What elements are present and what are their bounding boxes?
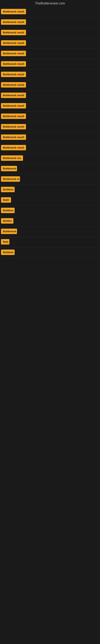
bottleneck-badge[interactable]: Bottleneck: [1, 228, 17, 234]
result-row[interactable]: Bottleneck result: [0, 132, 100, 143]
bottleneck-badge[interactable]: Bottleneck result: [1, 124, 26, 130]
result-row[interactable]: Bottleneck result: [0, 17, 100, 28]
bottleneck-badge[interactable]: Bottlene: [1, 250, 15, 255]
result-row[interactable]: Bottleneck result: [0, 90, 100, 101]
bottleneck-badge[interactable]: Bottleneck res: [1, 155, 23, 161]
bottleneck-badge[interactable]: Bottleneck result: [1, 40, 26, 46]
bottleneck-badge[interactable]: Bottleneck result: [1, 51, 26, 56]
result-row[interactable]: Bottleneck result: [0, 70, 100, 80]
result-row[interactable]: Bottleneck result: [0, 38, 100, 49]
bottleneck-badge[interactable]: Bottleneck result: [1, 9, 26, 14]
results-list: Bottleneck resultBottleneck resultBottle…: [0, 7, 100, 258]
bottleneck-badge[interactable]: Bottleneck: [1, 166, 17, 171]
result-row[interactable]: Bottleneck result: [0, 101, 100, 112]
site-title: TheBottlenecker.com: [0, 0, 100, 7]
result-row[interactable]: Bottleneck result: [0, 80, 100, 90]
bottleneck-badge[interactable]: Bottlene: [1, 208, 15, 213]
result-row[interactable]: Bottleneck: [0, 226, 100, 237]
bottleneck-badge[interactable]: Bottleneck result: [1, 145, 26, 150]
bottleneck-badge[interactable]: Bottleneck result: [1, 92, 26, 98]
bottleneck-badge[interactable]: Bottleneck result: [1, 19, 26, 25]
bottleneck-badge[interactable]: Bottleneck result: [1, 82, 26, 88]
bottleneck-badge[interactable]: Bott: [1, 239, 9, 244]
result-row[interactable]: Bottleneck result: [0, 122, 100, 132]
bottleneck-badge[interactable]: Bottl: [1, 197, 11, 203]
result-row[interactable]: Bottleneck result: [0, 143, 100, 153]
result-row[interactable]: Bottlen: [0, 216, 100, 226]
result-row[interactable]: Bott: [0, 237, 100, 248]
bottleneck-badge[interactable]: Bottleneck result: [1, 72, 26, 77]
result-row[interactable]: Bottleneck result: [0, 7, 100, 17]
bottleneck-badge[interactable]: Bottleneck result: [1, 114, 26, 119]
result-row[interactable]: Bottleneck result: [0, 59, 100, 70]
result-row[interactable]: Bottlene: [0, 185, 100, 195]
result-row[interactable]: Bottleneck res: [0, 153, 100, 164]
result-row[interactable]: Bottl: [0, 195, 100, 206]
result-row[interactable]: Bottleneck re: [0, 174, 100, 185]
bottleneck-badge[interactable]: Bottleneck result: [1, 103, 26, 108]
result-row[interactable]: Bottlene: [0, 248, 100, 258]
bottleneck-badge[interactable]: Bottlene: [1, 187, 15, 192]
site-header: TheBottlenecker.com: [0, 0, 100, 7]
bottleneck-badge[interactable]: Bottleneck re: [1, 176, 20, 182]
bottleneck-badge[interactable]: Bottleneck result: [1, 61, 26, 66]
bottleneck-badge[interactable]: Bottlen: [1, 218, 13, 224]
dots-indicator: ...: [0, 258, 100, 268]
bottleneck-badge[interactable]: Bottleneck result: [1, 30, 26, 35]
result-row[interactable]: Bottleneck: [0, 164, 100, 174]
bottleneck-badge[interactable]: Bottleneck result: [1, 134, 26, 140]
result-row[interactable]: Bottleneck result: [0, 49, 100, 59]
result-row[interactable]: Bottleneck result: [0, 28, 100, 38]
result-row[interactable]: Bottleneck result: [0, 112, 100, 122]
result-row[interactable]: Bottlene: [0, 206, 100, 216]
